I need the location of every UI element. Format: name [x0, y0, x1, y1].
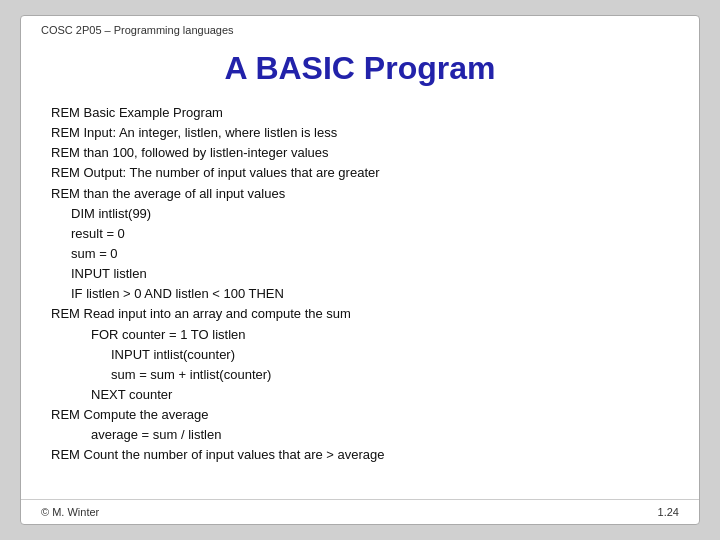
content-line: REM than 100, followed by listlen-intege…: [51, 143, 669, 163]
content-line: INPUT intlist(counter): [51, 345, 669, 365]
content-line: INPUT listlen: [51, 264, 669, 284]
content-line: DIM intlist(99): [51, 204, 669, 224]
content-line: average = sum / listlen: [51, 425, 669, 445]
footer-left: © M. Winter: [41, 506, 99, 518]
slide: COSC 2P05 – Programming languages A BASI…: [20, 15, 700, 525]
slide-footer: © M. Winter 1.24: [21, 499, 699, 524]
header-text: COSC 2P05 – Programming languages: [41, 24, 234, 36]
slide-content: REM Basic Example ProgramREM Input: An i…: [21, 103, 699, 499]
footer-right: 1.24: [658, 506, 679, 518]
content-line: REM Input: An integer, listlen, where li…: [51, 123, 669, 143]
content-line: IF listlen > 0 AND listlen < 100 THEN: [51, 284, 669, 304]
content-line: sum = sum + intlist(counter): [51, 365, 669, 385]
content-line: REM Count the number of input values tha…: [51, 445, 669, 465]
content-line: REM Basic Example Program: [51, 103, 669, 123]
slide-header: COSC 2P05 – Programming languages: [21, 16, 699, 40]
content-line: REM than the average of all input values: [51, 184, 669, 204]
content-line: FOR counter = 1 TO listlen: [51, 325, 669, 345]
content-line: REM Read input into an array and compute…: [51, 304, 669, 324]
content-line: result = 0: [51, 224, 669, 244]
content-line: REM Output: The number of input values t…: [51, 163, 669, 183]
title-text: A BASIC Program: [41, 50, 679, 87]
content-line: REM Compute the average: [51, 405, 669, 425]
content-line: sum = 0: [51, 244, 669, 264]
content-line: NEXT counter: [51, 385, 669, 405]
slide-title: A BASIC Program: [21, 40, 699, 103]
